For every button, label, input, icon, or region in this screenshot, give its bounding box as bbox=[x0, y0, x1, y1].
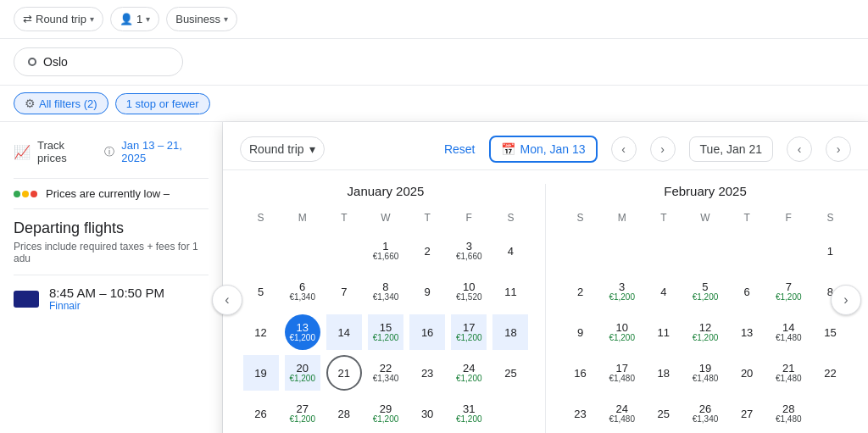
jan-day-25[interactable]: 25 bbox=[490, 353, 531, 393]
feb-day-7[interactable]: 7€1,200 bbox=[768, 271, 810, 312]
feb-day-5[interactable]: 5€1,200 bbox=[684, 271, 726, 312]
flight-airline: Finnair bbox=[49, 300, 164, 312]
flight-card[interactable]: 8:45 AM – 10:50 PM Finnair bbox=[14, 275, 209, 322]
feb-day-19[interactable]: 19€1,480 bbox=[684, 353, 726, 393]
filters-bar: ⚙ All filters (2) 1 stop or fewer bbox=[0, 86, 868, 122]
class-button[interactable]: Business ▾ bbox=[166, 7, 237, 31]
feb-empty-2 bbox=[601, 230, 643, 271]
feb-day-11[interactable]: 11 bbox=[643, 312, 684, 353]
february-calendar: February 2025 S M T W T F S bbox=[559, 184, 851, 433]
end-date-prev-button[interactable]: ‹ bbox=[787, 136, 812, 162]
feb-day-26[interactable]: 26€1,340 bbox=[684, 393, 726, 433]
passenger-icon: 👤 bbox=[120, 13, 133, 25]
jan-day-20[interactable]: 20€1,200 bbox=[281, 353, 323, 393]
feb-day-23[interactable]: 23 bbox=[559, 393, 601, 433]
jan-day-8[interactable]: 8€1,340 bbox=[364, 271, 406, 312]
origin-input[interactable]: Oslo bbox=[14, 47, 183, 76]
feb-day-14[interactable]: 14€1,480 bbox=[768, 312, 810, 353]
jan-day-21[interactable]: 21 bbox=[323, 353, 364, 393]
feb-day-1[interactable]: 1 bbox=[810, 230, 851, 271]
feb-day-20[interactable]: 20 bbox=[726, 353, 768, 393]
calendar-trip-type-select[interactable]: Round trip ▾ bbox=[240, 136, 325, 162]
stops-filter-button[interactable]: 1 stop or fewer bbox=[115, 93, 210, 114]
feb-day-27[interactable]: 27 bbox=[726, 393, 768, 433]
feb-day-18[interactable]: 18 bbox=[643, 353, 684, 393]
jan-day-30[interactable]: 30 bbox=[407, 393, 448, 433]
start-date-prev-button[interactable]: ‹ bbox=[611, 136, 637, 162]
dot-medium bbox=[22, 191, 29, 197]
feb-day-25[interactable]: 25 bbox=[643, 393, 684, 433]
jan-day-10[interactable]: 10€1,520 bbox=[448, 271, 490, 312]
feb-day-13[interactable]: 13 bbox=[726, 312, 768, 353]
jan-day-26[interactable]: 26 bbox=[240, 393, 281, 433]
jan-day-27[interactable]: 27€1,200 bbox=[281, 393, 323, 433]
jan-day-2[interactable]: 2 bbox=[407, 230, 448, 271]
feb-day-24[interactable]: 24€1,480 bbox=[601, 393, 643, 433]
jan-day-17[interactable]: 17€1,200 bbox=[448, 312, 490, 353]
jan-day-4[interactable]: 4 bbox=[490, 230, 531, 271]
jan-day-12[interactable]: 12 bbox=[240, 312, 281, 353]
calendar-panel: Round trip ▾ Reset 📅 Mon, Jan 13 ‹ › Tue… bbox=[223, 122, 868, 433]
jan-day-19[interactable]: 19 bbox=[240, 353, 281, 393]
reset-button[interactable]: Reset bbox=[444, 142, 476, 156]
jan-day-22[interactable]: 22€1,340 bbox=[364, 353, 406, 393]
feb-day-3[interactable]: 3€1,200 bbox=[601, 271, 643, 312]
feb-empty-6 bbox=[768, 230, 810, 271]
trip-type-button[interactable]: ⇄ Round trip ▾ bbox=[14, 7, 103, 31]
prices-banner-text: Prices are currently low – bbox=[46, 187, 170, 200]
jan-day-24[interactable]: 24€1,200 bbox=[448, 353, 490, 393]
jan-day-31[interactable]: 31€1,200 bbox=[448, 393, 490, 433]
feb-day-12[interactable]: 12€1,200 bbox=[684, 312, 726, 353]
start-date-next-button[interactable]: › bbox=[650, 136, 676, 162]
end-date-next-button[interactable]: › bbox=[826, 136, 851, 162]
jan-day-5[interactable]: 5 bbox=[240, 271, 281, 312]
feb-day-2[interactable]: 2 bbox=[559, 271, 601, 312]
flight-info: 8:45 AM – 10:50 PM Finnair bbox=[49, 286, 164, 312]
start-date-chip[interactable]: 📅 Mon, Jan 13 bbox=[489, 136, 598, 163]
jan-day-3[interactable]: 3€1,660 bbox=[448, 230, 490, 271]
feb-empty-1 bbox=[559, 230, 601, 271]
feb-day-15[interactable]: 15 bbox=[810, 312, 851, 353]
feb-day-22[interactable]: 22 bbox=[810, 353, 851, 393]
jan-day-23[interactable]: 23 bbox=[407, 353, 448, 393]
calendar-icon-start: 📅 bbox=[501, 142, 515, 156]
feb-day-21[interactable]: 21€1,480 bbox=[768, 353, 810, 393]
price-indicator-dots bbox=[14, 191, 37, 197]
feb-col-m: M bbox=[601, 208, 643, 230]
all-filters-button[interactable]: ⚙ All filters (2) bbox=[14, 92, 108, 114]
feb-day-9[interactable]: 9 bbox=[559, 312, 601, 353]
jan-empty-1 bbox=[240, 230, 281, 271]
feb-day-28[interactable]: 28€1,480 bbox=[768, 393, 810, 433]
feb-day-10[interactable]: 10€1,200 bbox=[601, 312, 643, 353]
jan-day-14[interactable]: 14 bbox=[323, 312, 364, 353]
class-chevron: ▾ bbox=[224, 14, 228, 24]
calendar-prev-button[interactable]: ‹ bbox=[212, 285, 242, 315]
calendar-next-button[interactable]: › bbox=[831, 285, 861, 315]
filter-icon: ⚙ bbox=[25, 97, 36, 110]
jan-day-13[interactable]: 13 €1,200 bbox=[281, 312, 323, 353]
calendar-top-bar: Round trip ▾ Reset 📅 Mon, Jan 13 ‹ › Tue… bbox=[223, 122, 868, 170]
jan-day-6[interactable]: 6€1,340 bbox=[281, 271, 323, 312]
jan-day-11[interactable]: 11 bbox=[490, 271, 531, 312]
feb-col-s2: S bbox=[810, 208, 851, 230]
jan-day-7[interactable]: 7 bbox=[323, 271, 364, 312]
jan-day-9[interactable]: 9 bbox=[407, 271, 448, 312]
january-title: January 2025 bbox=[240, 184, 531, 198]
feb-day-17[interactable]: 17€1,480 bbox=[601, 353, 643, 393]
feb-day-16[interactable]: 16 bbox=[559, 353, 601, 393]
jan-day-28[interactable]: 28 bbox=[323, 393, 364, 433]
all-filters-label: All filters (2) bbox=[39, 97, 97, 110]
passengers-button[interactable]: 👤 1 ▾ bbox=[110, 7, 159, 31]
passengers-chevron: ▾ bbox=[146, 14, 150, 24]
jan-day-18[interactable]: 18 bbox=[490, 312, 531, 353]
feb-day-6[interactable]: 6 bbox=[726, 271, 768, 312]
end-date-chip[interactable]: Tue, Jan 21 bbox=[689, 136, 773, 162]
january-calendar: January 2025 S M T W T F S 1€1,660 2 bbox=[240, 184, 531, 433]
jan-day-15[interactable]: 15€1,200 bbox=[364, 312, 406, 353]
jan-day-16[interactable]: 16 bbox=[407, 312, 448, 353]
jan-day-1[interactable]: 1€1,660 bbox=[364, 230, 406, 271]
jan-day-29[interactable]: 29€1,200 bbox=[364, 393, 406, 433]
feb-day-4[interactable]: 4 bbox=[643, 271, 684, 312]
passengers-label: 1 bbox=[136, 13, 142, 25]
feb-col-t1: T bbox=[643, 208, 684, 230]
